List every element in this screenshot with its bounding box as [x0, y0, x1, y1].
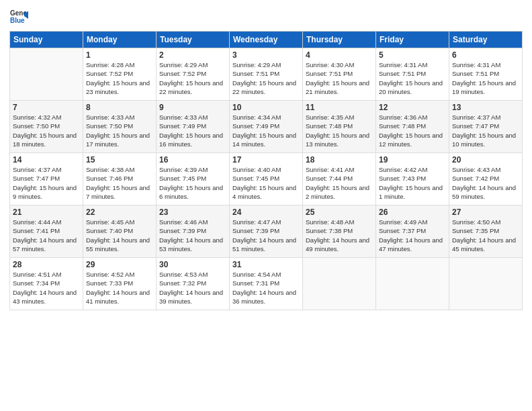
- day-cell: 18Sunrise: 4:41 AMSunset: 7:44 PMDayligh…: [303, 153, 376, 205]
- day-number: 18: [306, 155, 373, 165]
- day-cell: [449, 258, 523, 310]
- day-info: Sunrise: 4:31 AMSunset: 7:51 PMDaylight:…: [452, 60, 519, 96]
- day-cell: 11Sunrise: 4:35 AMSunset: 7:48 PMDayligh…: [303, 101, 376, 153]
- day-number: 8: [86, 103, 153, 112]
- day-number: 3: [232, 50, 300, 60]
- day-cell: 16Sunrise: 4:39 AMSunset: 7:45 PMDayligh…: [157, 153, 230, 205]
- day-number: 29: [86, 260, 153, 269]
- day-number: 15: [86, 155, 153, 165]
- day-cell: 10Sunrise: 4:34 AMSunset: 7:49 PMDayligh…: [230, 101, 303, 153]
- day-info: Sunrise: 4:38 AMSunset: 7:46 PMDaylight:…: [86, 165, 153, 201]
- day-cell: 2Sunrise: 4:29 AMSunset: 7:52 PMDaylight…: [157, 48, 230, 101]
- day-info: Sunrise: 4:50 AMSunset: 7:35 PMDaylight:…: [452, 218, 519, 253]
- day-info: Sunrise: 4:46 AMSunset: 7:39 PMDaylight:…: [159, 218, 226, 253]
- day-number: 4: [306, 50, 373, 60]
- weekday-header-monday: Monday: [83, 32, 157, 48]
- svg-text:Blue: Blue: [10, 17, 25, 24]
- day-info: Sunrise: 4:29 AMSunset: 7:52 PMDaylight:…: [159, 60, 226, 96]
- day-info: Sunrise: 4:32 AMSunset: 7:50 PMDaylight:…: [13, 113, 80, 148]
- day-cell: 21Sunrise: 4:44 AMSunset: 7:41 PMDayligh…: [10, 205, 83, 258]
- day-cell: 13Sunrise: 4:37 AMSunset: 7:47 PMDayligh…: [449, 101, 523, 153]
- day-info: Sunrise: 4:54 AMSunset: 7:31 PMDaylight:…: [232, 270, 300, 306]
- day-cell: 25Sunrise: 4:48 AMSunset: 7:38 PMDayligh…: [303, 205, 376, 258]
- day-cell: 28Sunrise: 4:51 AMSunset: 7:34 PMDayligh…: [10, 258, 83, 310]
- day-info: Sunrise: 4:31 AMSunset: 7:51 PMDaylight:…: [379, 60, 446, 96]
- day-info: Sunrise: 4:49 AMSunset: 7:37 PMDaylight:…: [379, 218, 446, 253]
- day-info: Sunrise: 4:45 AMSunset: 7:40 PMDaylight:…: [86, 218, 153, 253]
- day-number: 22: [86, 208, 153, 217]
- day-cell: 5Sunrise: 4:31 AMSunset: 7:51 PMDaylight…: [376, 48, 449, 101]
- day-cell: [303, 258, 376, 310]
- day-cell: 4Sunrise: 4:30 AMSunset: 7:51 PMDaylight…: [303, 48, 376, 101]
- day-cell: 26Sunrise: 4:49 AMSunset: 7:37 PMDayligh…: [376, 205, 449, 258]
- day-cell: 20Sunrise: 4:43 AMSunset: 7:42 PMDayligh…: [449, 153, 523, 205]
- weekday-header-saturday: Saturday: [449, 32, 523, 48]
- day-number: 7: [13, 103, 80, 112]
- week-row-3: 14Sunrise: 4:37 AMSunset: 7:47 PMDayligh…: [10, 153, 523, 205]
- day-number: 13: [452, 103, 519, 112]
- day-cell: 6Sunrise: 4:31 AMSunset: 7:51 PMDaylight…: [449, 48, 523, 101]
- day-cell: 3Sunrise: 4:29 AMSunset: 7:51 PMDaylight…: [230, 48, 303, 101]
- day-cell: 8Sunrise: 4:33 AMSunset: 7:50 PMDaylight…: [83, 101, 157, 153]
- day-cell: 14Sunrise: 4:37 AMSunset: 7:47 PMDayligh…: [10, 153, 83, 205]
- day-number: 10: [232, 103, 300, 112]
- weekday-header-wednesday: Wednesday: [230, 32, 303, 48]
- weekday-header-thursday: Thursday: [303, 32, 376, 48]
- day-info: Sunrise: 4:33 AMSunset: 7:49 PMDaylight:…: [159, 113, 226, 148]
- day-number: 6: [452, 50, 519, 60]
- day-number: 2: [159, 50, 226, 60]
- weekday-header-sunday: Sunday: [10, 32, 83, 48]
- day-cell: 15Sunrise: 4:38 AMSunset: 7:46 PMDayligh…: [83, 153, 157, 205]
- day-number: 31: [232, 260, 300, 269]
- day-cell: 7Sunrise: 4:32 AMSunset: 7:50 PMDaylight…: [10, 101, 83, 153]
- day-info: Sunrise: 4:29 AMSunset: 7:51 PMDaylight:…: [232, 60, 300, 96]
- day-cell: 19Sunrise: 4:42 AMSunset: 7:43 PMDayligh…: [376, 153, 449, 205]
- day-info: Sunrise: 4:34 AMSunset: 7:49 PMDaylight:…: [232, 113, 300, 148]
- day-cell: [376, 258, 449, 310]
- day-cell: 23Sunrise: 4:46 AMSunset: 7:39 PMDayligh…: [157, 205, 230, 258]
- day-info: Sunrise: 4:39 AMSunset: 7:45 PMDaylight:…: [159, 165, 226, 201]
- day-number: 27: [452, 208, 519, 217]
- day-number: 25: [306, 208, 373, 217]
- week-row-4: 21Sunrise: 4:44 AMSunset: 7:41 PMDayligh…: [10, 205, 523, 258]
- day-info: Sunrise: 4:35 AMSunset: 7:48 PMDaylight:…: [306, 113, 373, 148]
- day-number: 23: [159, 208, 226, 217]
- day-cell: 29Sunrise: 4:52 AMSunset: 7:33 PMDayligh…: [83, 258, 157, 310]
- day-info: Sunrise: 4:37 AMSunset: 7:47 PMDaylight:…: [13, 165, 80, 201]
- header: General Blue: [9, 7, 523, 26]
- logo: General Blue: [9, 7, 31, 26]
- day-number: 24: [232, 208, 300, 217]
- day-number: 20: [452, 155, 519, 165]
- day-number: 28: [13, 260, 80, 269]
- weekday-header-friday: Friday: [376, 32, 449, 48]
- calendar-table: SundayMondayTuesdayWednesdayThursdayFrid…: [9, 31, 523, 310]
- day-cell: 30Sunrise: 4:53 AMSunset: 7:32 PMDayligh…: [157, 258, 230, 310]
- day-number: 26: [379, 208, 446, 217]
- day-cell: 31Sunrise: 4:54 AMSunset: 7:31 PMDayligh…: [230, 258, 303, 310]
- day-cell: [10, 48, 83, 101]
- logo-icon: General Blue: [9, 7, 28, 26]
- day-number: 16: [159, 155, 226, 165]
- week-row-5: 28Sunrise: 4:51 AMSunset: 7:34 PMDayligh…: [10, 258, 523, 310]
- day-info: Sunrise: 4:33 AMSunset: 7:50 PMDaylight:…: [86, 113, 153, 148]
- week-row-2: 7Sunrise: 4:32 AMSunset: 7:50 PMDaylight…: [10, 101, 523, 153]
- day-info: Sunrise: 4:52 AMSunset: 7:33 PMDaylight:…: [86, 270, 153, 306]
- day-info: Sunrise: 4:43 AMSunset: 7:42 PMDaylight:…: [452, 165, 519, 201]
- day-number: 9: [159, 103, 226, 112]
- day-info: Sunrise: 4:40 AMSunset: 7:45 PMDaylight:…: [232, 165, 300, 201]
- day-cell: 17Sunrise: 4:40 AMSunset: 7:45 PMDayligh…: [230, 153, 303, 205]
- day-info: Sunrise: 4:37 AMSunset: 7:47 PMDaylight:…: [452, 113, 519, 148]
- day-number: 19: [379, 155, 446, 165]
- day-info: Sunrise: 4:30 AMSunset: 7:51 PMDaylight:…: [306, 60, 373, 96]
- day-cell: 1Sunrise: 4:28 AMSunset: 7:52 PMDaylight…: [83, 48, 157, 101]
- day-cell: 9Sunrise: 4:33 AMSunset: 7:49 PMDaylight…: [157, 101, 230, 153]
- day-info: Sunrise: 4:48 AMSunset: 7:38 PMDaylight:…: [306, 218, 373, 253]
- day-number: 30: [159, 260, 226, 269]
- day-cell: 12Sunrise: 4:36 AMSunset: 7:48 PMDayligh…: [376, 101, 449, 153]
- week-row-1: 1Sunrise: 4:28 AMSunset: 7:52 PMDaylight…: [10, 48, 523, 101]
- day-number: 17: [232, 155, 300, 165]
- day-info: Sunrise: 4:53 AMSunset: 7:32 PMDaylight:…: [159, 270, 226, 306]
- day-number: 12: [379, 103, 446, 112]
- day-number: 14: [13, 155, 80, 165]
- day-info: Sunrise: 4:42 AMSunset: 7:43 PMDaylight:…: [379, 165, 446, 201]
